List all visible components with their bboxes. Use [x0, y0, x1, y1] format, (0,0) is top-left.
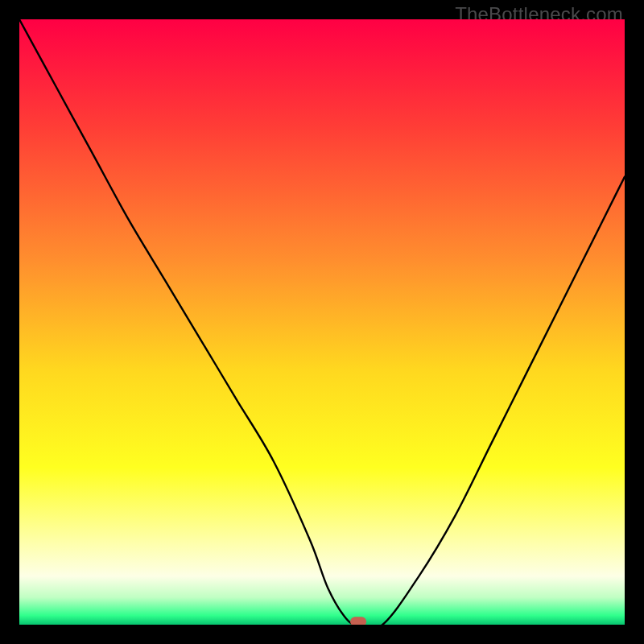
chart-plot-area: [19, 19, 625, 625]
chart-background: [19, 19, 625, 625]
chart-svg: [19, 19, 625, 625]
chart-marker: [350, 617, 366, 625]
chart-frame: TheBottleneck.com: [0, 0, 644, 644]
